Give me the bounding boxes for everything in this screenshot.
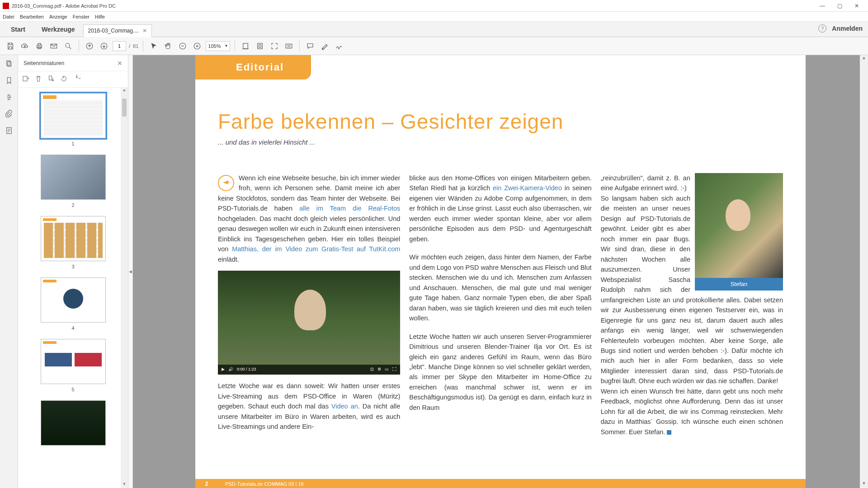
scroll-down-icon[interactable]: ▼	[121, 482, 128, 488]
layers-icon[interactable]	[5, 93, 13, 103]
separator	[235, 41, 235, 52]
separator	[79, 41, 79, 52]
minimize-button[interactable]: —	[814, 1, 831, 11]
svg-rect-11	[286, 44, 292, 48]
zoom-select[interactable]: 105%▼	[206, 41, 230, 51]
maximize-button[interactable]: ▢	[831, 1, 848, 11]
thumbnail-5[interactable]: 5	[18, 339, 128, 392]
titlebar: 2016-03_Commag.pdf - Adobe Acrobat Pro D…	[0, 0, 868, 12]
thumbnail-3[interactable]: 3	[18, 216, 128, 269]
comment-icon[interactable]	[304, 40, 316, 52]
play-icon[interactable]: ▶	[222, 366, 225, 373]
end-mark-icon	[667, 430, 671, 435]
svg-rect-16	[49, 76, 52, 80]
thumbnail-scrollbar[interactable]: ▲ ▼	[121, 88, 128, 488]
author-caption: Stefan	[695, 278, 783, 291]
cloud-icon[interactable]	[19, 40, 31, 52]
attachments-icon[interactable]	[5, 110, 13, 119]
scroll-up-icon[interactable]: ▲	[860, 55, 868, 62]
signin-link[interactable]: Anmelden	[832, 25, 863, 32]
hand-tool-icon[interactable]	[162, 40, 174, 52]
toolbar: / 81 105%▼	[0, 37, 868, 55]
svg-rect-12	[6, 61, 10, 66]
thumb-delete-icon[interactable]	[34, 75, 42, 84]
close-button[interactable]: ✕	[848, 1, 865, 11]
menu-file[interactable]: Datei	[3, 14, 14, 19]
fit-page-icon[interactable]	[254, 40, 266, 52]
gear-icon[interactable]: ⚙	[377, 366, 381, 373]
body-text: in seinen eigenen vier Wänden zu Adobe C…	[409, 184, 591, 242]
tab-document[interactable]: 2016-03_Commag.... ✕	[83, 24, 152, 37]
body-text: Wenn ich einen Wunsch frei hätte, dann g…	[601, 388, 783, 436]
separator	[143, 41, 143, 52]
thumb-num: 2	[71, 202, 74, 208]
print-icon[interactable]	[33, 40, 45, 52]
menu-help[interactable]: Hilfe	[95, 14, 105, 19]
highlight-icon[interactable]	[319, 40, 330, 52]
next-page-icon[interactable]	[98, 40, 110, 52]
column-2: blicke aus den Home-Offices von einigen …	[409, 173, 591, 437]
link[interactable]: ein Zwei-Kamera-Video	[493, 184, 562, 192]
scroll-down-icon[interactable]: ▼	[860, 481, 868, 488]
scroll-thumb[interactable]	[122, 99, 127, 117]
document-scrollbar[interactable]: ▲ ▼	[860, 55, 868, 488]
link[interactable]: Matthi­as, der im Video zum Gratis-Test …	[232, 245, 400, 253]
select-tool-icon[interactable]	[148, 40, 160, 52]
read-mode-icon[interactable]	[283, 40, 295, 52]
fit-width-icon[interactable]	[240, 40, 251, 52]
link[interactable]: alle im Team die Real-Fotos	[299, 205, 400, 212]
tab-close-icon[interactable]: ✕	[142, 28, 147, 34]
collapse-panel-icon[interactable]: ◀	[128, 55, 133, 488]
thumb-insert-icon[interactable]	[47, 75, 55, 84]
bookmarks-icon[interactable]	[5, 76, 13, 86]
dropcap-icon	[218, 175, 234, 191]
tab-document-label: 2016-03_Commag....	[88, 28, 139, 34]
tab-tools[interactable]: Werkzeuge	[33, 22, 83, 37]
left-rail	[0, 55, 18, 488]
sign-icon[interactable]	[333, 40, 345, 52]
tab-start[interactable]: Start	[3, 22, 33, 37]
thumbnail-panel-close-icon[interactable]: ✕	[117, 60, 123, 67]
svg-rect-0	[37, 45, 42, 47]
search-icon[interactable]	[62, 40, 74, 52]
mail-icon[interactable]	[48, 40, 60, 52]
video-thumbnail[interactable]: ▶ 🔊 0:00 / 1:23 ⊡ ⚙ ▭ ⛶	[218, 271, 400, 375]
menu-view[interactable]: Anzeige	[49, 14, 67, 19]
scroll-up-icon[interactable]: ▲	[121, 88, 128, 94]
tags-icon[interactable]	[5, 127, 13, 136]
thumbnail-2[interactable]: 2	[18, 155, 128, 208]
page-total: 81	[133, 43, 138, 49]
chevron-down-icon: ▼	[224, 44, 228, 48]
help-icon[interactable]: ?	[818, 24, 826, 33]
link[interactable]: Video an	[331, 403, 358, 410]
zoom-in-icon[interactable]	[191, 40, 203, 52]
fullscreen-icon[interactable]	[269, 40, 280, 52]
save-icon[interactable]	[5, 40, 16, 52]
thumbnails-icon[interactable]	[5, 60, 13, 69]
thumbnail-list: 1 2 3 4 5 ▲ ▼	[18, 88, 128, 488]
thumbnail-1[interactable]: 1	[18, 93, 128, 146]
volume-icon[interactable]: 🔊	[228, 366, 233, 373]
thumbnail-4[interactable]: 4	[18, 277, 128, 331]
thumb-num: 4	[71, 325, 74, 331]
thumb-options-icon[interactable]	[22, 75, 30, 84]
thumbnail-tools	[18, 71, 128, 88]
thumbnail-6[interactable]	[18, 400, 128, 446]
thumb-rotate-cw-icon[interactable]	[72, 75, 80, 84]
video-controls: ▶ 🔊 0:00 / 1:23 ⊡ ⚙ ▭ ⛶	[218, 365, 400, 375]
page-input[interactable]	[113, 41, 126, 51]
cc-icon[interactable]: ⊡	[370, 366, 374, 373]
document-view: Editorial Farbe bekennen – Gesichter zei…	[133, 55, 868, 488]
youtube-icon[interactable]: ▭	[385, 366, 389, 373]
fullscreen-icon[interactable]: ⛶	[392, 366, 396, 373]
prev-page-icon[interactable]	[84, 40, 95, 52]
svg-rect-10	[258, 43, 263, 49]
thumb-num: 1	[71, 141, 74, 146]
zoom-out-icon[interactable]	[177, 40, 189, 52]
page-sep: /	[129, 43, 130, 49]
app-icon	[3, 3, 9, 9]
thumb-rotate-ccw-icon[interactable]	[60, 75, 68, 84]
menu-edit[interactable]: Bearbeiten	[20, 14, 44, 19]
menu-window[interactable]: Fenster	[73, 14, 90, 19]
author-photo-block: Stefan	[695, 173, 783, 291]
